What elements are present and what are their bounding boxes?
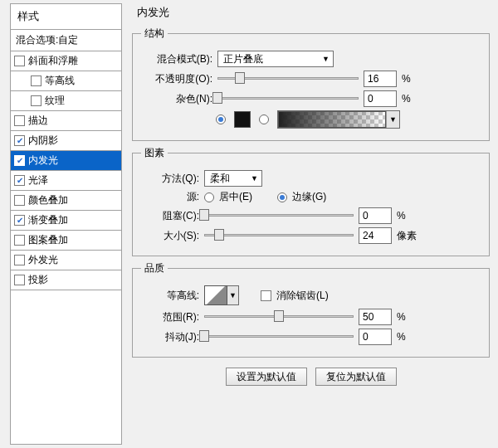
elements-group: 图素 方法(Q): 柔和 ▼ 源: 居中(E) 边缘(G) 阻塞(C): (132, 146, 490, 256)
chevron-down-icon[interactable]: ▼ (227, 285, 239, 305)
opacity-unit: % (402, 73, 425, 85)
gradient-picker[interactable]: ▼ (277, 110, 400, 129)
sidebar-header: 样式 (11, 4, 121, 29)
quality-legend: 品质 (141, 261, 168, 275)
style-label: 等高线 (45, 74, 75, 88)
opacity-label: 不透明度(O): (141, 72, 212, 86)
style-item[interactable]: 投影 (11, 270, 121, 290)
source-edge-radio[interactable] (277, 192, 287, 202)
noise-label: 杂色(N): (141, 92, 212, 106)
jitter-label: 抖动(J): (141, 330, 199, 344)
style-checkbox[interactable] (14, 215, 25, 226)
contour-thumb[interactable] (204, 285, 227, 305)
style-item[interactable]: 纹理 (11, 91, 121, 110)
style-item[interactable]: 外发光 (11, 251, 121, 270)
opacity-slider[interactable] (217, 72, 359, 85)
style-checkbox[interactable] (14, 115, 25, 126)
main-panel: 内发光 结构 混合模式(B): 正片叠底 ▼ 不透明度(O): 16 % 杂色(… (122, 3, 495, 445)
choke-slider[interactable] (204, 209, 354, 222)
style-label: 纹理 (45, 94, 65, 108)
style-checkbox[interactable] (31, 75, 42, 86)
style-checkbox[interactable] (14, 56, 25, 66)
style-checkbox[interactable] (14, 155, 25, 166)
chevron-down-icon: ▼ (322, 55, 330, 63)
size-label: 大小(S): (141, 229, 199, 243)
style-label: 内发光 (28, 153, 58, 168)
technique-dropdown[interactable]: 柔和 ▼ (204, 170, 262, 187)
choke-input[interactable]: 0 (359, 207, 392, 224)
style-checkbox[interactable] (14, 175, 25, 186)
styles-sidebar: 样式 混合选项:自定 斜面和浮雕等高线纹理描边内阴影内发光光泽颜色叠加渐变叠加图… (10, 3, 122, 445)
structure-group: 结构 混合模式(B): 正片叠底 ▼ 不透明度(O): 16 % 杂色(N): … (132, 27, 490, 141)
blend-mode-label: 混合模式(B): (141, 52, 212, 66)
range-input[interactable]: 50 (359, 309, 392, 325)
style-item[interactable]: 等高线 (11, 71, 121, 90)
style-label: 光泽 (28, 173, 48, 187)
style-checkbox[interactable] (14, 275, 25, 285)
noise-slider[interactable] (217, 92, 359, 105)
source-edge-label: 边缘(G) (292, 190, 326, 204)
quality-group: 品质 等高线: ▼ 消除锯齿(L) 范围(R): 50 % 抖动(J): (132, 261, 490, 358)
gradient-bar (278, 111, 386, 128)
style-checkbox[interactable] (14, 135, 25, 146)
style-item[interactable]: 颜色叠加 (11, 191, 121, 210)
style-label: 渐变叠加 (28, 213, 68, 227)
style-label: 投影 (28, 273, 48, 287)
color-radio[interactable] (216, 114, 226, 124)
size-input[interactable]: 24 (359, 227, 392, 244)
style-label: 颜色叠加 (28, 193, 68, 207)
reset-default-button[interactable]: 复位为默认值 (315, 368, 397, 386)
range-slider[interactable] (204, 310, 354, 324)
noise-unit: % (402, 93, 425, 105)
jitter-slider[interactable] (204, 330, 354, 343)
style-item[interactable]: 图案叠加 (11, 231, 121, 250)
opacity-input[interactable]: 16 (364, 71, 397, 87)
style-checkbox[interactable] (14, 195, 25, 206)
style-item[interactable]: 内阴影 (11, 131, 121, 150)
chevron-down-icon[interactable]: ▼ (386, 111, 399, 128)
antialias-checkbox[interactable] (261, 290, 271, 301)
style-label: 斜面和浮雕 (28, 54, 78, 68)
contour-label: 等高线: (141, 289, 199, 303)
style-checkbox[interactable] (14, 255, 25, 265)
color-swatch[interactable] (234, 111, 251, 128)
style-checkbox[interactable] (31, 95, 42, 106)
size-unit: 像素 (397, 229, 420, 243)
source-center-radio[interactable] (204, 192, 214, 202)
gradient-radio[interactable] (259, 114, 269, 124)
antialias-label: 消除锯齿(L) (276, 289, 329, 303)
chevron-down-icon: ▼ (251, 174, 258, 183)
style-item[interactable]: 渐变叠加 (11, 211, 121, 230)
style-label: 图案叠加 (28, 233, 68, 247)
jitter-unit: % (397, 331, 420, 343)
style-item[interactable]: 光泽 (11, 171, 121, 190)
style-checkbox[interactable] (14, 235, 25, 246)
technique-label: 方法(Q): (141, 172, 199, 186)
jitter-input[interactable]: 0 (359, 329, 392, 345)
style-label: 描边 (28, 114, 48, 128)
panel-title: 内发光 (132, 5, 490, 22)
range-label: 范围(R): (141, 310, 199, 324)
blend-options-row[interactable]: 混合选项:自定 (11, 30, 121, 51)
size-slider[interactable] (204, 229, 354, 242)
blend-mode-dropdown[interactable]: 正片叠底 ▼ (217, 51, 334, 67)
set-default-button[interactable]: 设置为默认值 (226, 368, 307, 386)
range-unit: % (397, 311, 420, 323)
style-label: 外发光 (28, 253, 58, 267)
style-item[interactable]: 斜面和浮雕 (11, 51, 121, 71)
source-center-label: 居中(E) (219, 190, 252, 204)
structure-legend: 结构 (141, 27, 168, 41)
style-item[interactable]: 描边 (11, 111, 121, 130)
choke-label: 阻塞(C): (141, 209, 199, 223)
style-label: 内阴影 (28, 134, 58, 148)
elements-legend: 图素 (141, 146, 168, 160)
style-item[interactable]: 内发光 (11, 151, 121, 170)
noise-input[interactable]: 0 (364, 90, 397, 107)
source-label: 源: (141, 190, 199, 204)
choke-unit: % (397, 210, 420, 222)
